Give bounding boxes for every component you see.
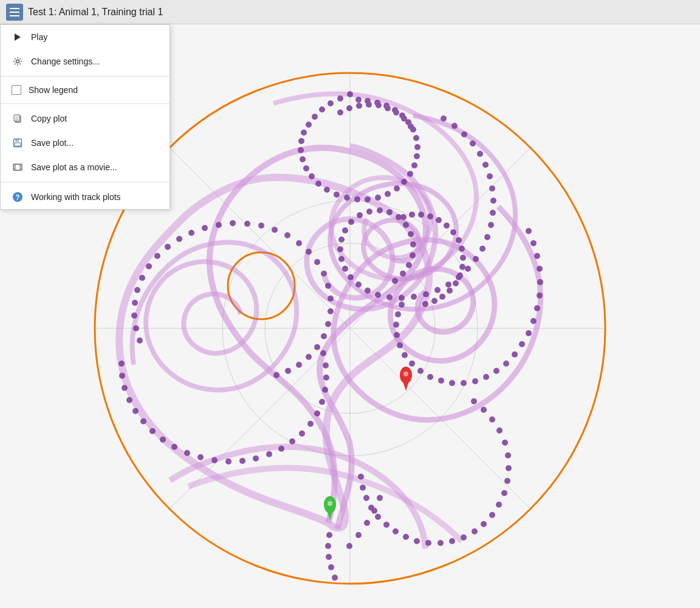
- svg-point-136: [481, 407, 487, 413]
- svg-marker-0: [15, 33, 21, 41]
- menu-item-change-settings[interactable]: Change settings...: [1, 49, 170, 74]
- show-legend-label: Show legend: [29, 85, 78, 95]
- svg-point-92: [337, 246, 343, 252]
- svg-point-153: [403, 534, 409, 540]
- svg-point-129: [402, 352, 408, 358]
- svg-point-212: [307, 421, 314, 427]
- save-plot-label: Save plot...: [31, 138, 74, 148]
- svg-point-38: [300, 156, 306, 162]
- svg-rect-9: [15, 143, 21, 146]
- svg-rect-10: [13, 164, 22, 170]
- svg-point-123: [461, 380, 467, 386]
- svg-point-189: [306, 354, 312, 360]
- svg-point-232: [366, 102, 372, 108]
- svg-point-110: [534, 253, 540, 259]
- svg-point-244: [459, 264, 465, 270]
- svg-point-171: [188, 230, 194, 236]
- play-icon: [12, 31, 24, 43]
- svg-point-111: [537, 266, 543, 272]
- svg-point-84: [399, 295, 405, 301]
- svg-point-231: [356, 103, 362, 109]
- svg-point-101: [403, 222, 409, 228]
- svg-point-187: [321, 333, 327, 339]
- svg-point-65: [451, 123, 458, 129]
- svg-point-151: [425, 540, 431, 546]
- svg-point-31: [328, 100, 334, 106]
- svg-point-185: [328, 308, 334, 314]
- svg-point-228: [377, 495, 383, 501]
- svg-point-41: [315, 181, 321, 187]
- svg-point-112: [537, 279, 543, 285]
- svg-point-48: [385, 191, 391, 197]
- svg-point-96: [357, 212, 363, 218]
- svg-point-225: [355, 532, 362, 538]
- svg-point-102: [408, 231, 414, 237]
- svg-point-115: [530, 318, 537, 324]
- menu-item-play[interactable]: Play: [1, 25, 170, 49]
- svg-point-49: [394, 185, 400, 192]
- svg-point-108: [526, 228, 532, 234]
- svg-point-210: [289, 438, 295, 444]
- divider-1: [1, 76, 170, 77]
- menu-item-working-track[interactable]: ? Working with track plots: [1, 185, 170, 209]
- svg-point-223: [332, 575, 338, 581]
- svg-point-250: [436, 217, 442, 223]
- svg-point-197: [132, 408, 139, 414]
- svg-point-69: [482, 162, 489, 168]
- svg-point-119: [503, 361, 509, 367]
- svg-point-83: [411, 294, 417, 300]
- svg-point-177: [272, 227, 278, 233]
- svg-point-132: [393, 322, 399, 328]
- svg-point-186: [325, 321, 331, 327]
- svg-text:?: ?: [15, 193, 19, 202]
- legend-checkbox[interactable]: [12, 85, 21, 95]
- svg-point-175: [244, 221, 250, 227]
- hamburger-button[interactable]: [6, 4, 23, 21]
- svg-point-125: [438, 378, 444, 384]
- svg-point-246: [459, 246, 465, 252]
- svg-point-113: [537, 292, 543, 299]
- svg-point-34: [306, 122, 312, 128]
- svg-point-198: [140, 418, 146, 424]
- svg-point-43: [334, 192, 340, 198]
- svg-point-200: [160, 437, 166, 443]
- svg-point-172: [202, 225, 208, 231]
- svg-point-167: [146, 263, 152, 269]
- svg-point-164: [132, 300, 138, 306]
- svg-point-80: [445, 282, 451, 288]
- menu-item-save-movie[interactable]: Save plot as a movie...: [1, 155, 170, 179]
- svg-point-192: [273, 372, 280, 378]
- play-label: Play: [31, 32, 47, 42]
- svg-point-206: [239, 458, 245, 464]
- svg-point-254: [400, 214, 407, 220]
- copy-icon: [12, 112, 24, 125]
- svg-point-162: [133, 325, 139, 331]
- svg-point-73: [490, 210, 496, 216]
- svg-point-30: [337, 95, 343, 102]
- svg-point-221: [326, 554, 332, 560]
- menu-item-copy-plot[interactable]: Copy plot: [1, 106, 170, 131]
- svg-point-240: [439, 294, 445, 300]
- svg-point-42: [324, 187, 330, 193]
- svg-point-229: [337, 109, 343, 116]
- svg-point-248: [450, 229, 456, 235]
- svg-point-159: [360, 485, 366, 491]
- svg-point-78: [465, 266, 471, 272]
- svg-point-205: [225, 458, 232, 465]
- svg-point-114: [534, 305, 540, 311]
- svg-point-141: [506, 465, 512, 471]
- svg-point-214: [319, 399, 325, 405]
- svg-point-257: [403, 371, 408, 376]
- svg-point-67: [470, 140, 476, 147]
- title-bar: Test 1: Animal 1, Training trial 1: [0, 0, 700, 24]
- film-icon: [12, 161, 24, 173]
- menu-item-save-plot[interactable]: Save plot...: [1, 131, 170, 155]
- svg-point-203: [197, 454, 204, 460]
- svg-point-215: [322, 387, 328, 393]
- svg-point-174: [230, 220, 236, 226]
- svg-point-219: [326, 532, 332, 538]
- svg-point-44: [344, 195, 350, 201]
- svg-point-196: [126, 397, 132, 403]
- menu-item-show-legend[interactable]: Show legend: [1, 79, 170, 101]
- svg-point-211: [299, 430, 305, 437]
